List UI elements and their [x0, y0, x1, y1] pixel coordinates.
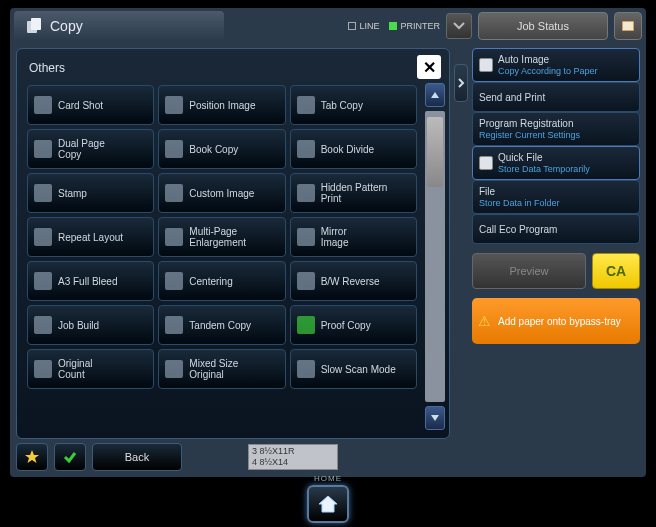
function-label: Tab Copy [321, 100, 363, 111]
function-icon [165, 184, 183, 202]
function-icon [165, 316, 183, 334]
function-button[interactable]: Mirror Image [290, 217, 417, 257]
warning-banner: Add paper onto bypass-tray [472, 298, 640, 344]
action-title: File [479, 186, 560, 197]
close-button[interactable]: ✕ [417, 55, 441, 79]
function-icon [34, 272, 52, 290]
function-icon [297, 360, 315, 378]
function-icon [34, 140, 52, 158]
action-title: Quick File [498, 152, 590, 163]
function-icon [297, 184, 315, 202]
svg-rect-1 [31, 18, 41, 30]
function-button[interactable]: Tab Copy [290, 85, 417, 125]
function-icon [297, 96, 315, 114]
function-icon [34, 184, 52, 202]
ok-button[interactable] [54, 443, 86, 471]
function-icon [165, 228, 183, 246]
back-button[interactable]: Back [92, 443, 182, 471]
action-item[interactable]: Send and Print [472, 82, 640, 112]
function-button[interactable]: Repeat Layout [27, 217, 154, 257]
action-item[interactable]: Call Eco Program [472, 214, 640, 244]
function-label: Proof Copy [321, 320, 371, 331]
action-item[interactable]: Auto ImageCopy According to Paper [472, 48, 640, 82]
action-title: Call Eco Program [479, 224, 557, 235]
function-button[interactable]: Original Count [27, 349, 154, 389]
function-button[interactable]: Mixed Size Original [158, 349, 285, 389]
ca-button[interactable]: CA [592, 253, 640, 289]
function-button[interactable]: Hidden Pattern Print [290, 173, 417, 213]
function-button[interactable]: Multi-Page Enlargement [158, 217, 285, 257]
function-button[interactable]: B/W Reverse [290, 261, 417, 301]
function-label: Book Copy [189, 144, 238, 155]
dropdown-toggle[interactable] [446, 13, 472, 39]
checkmark-icon [297, 316, 315, 334]
action-subtitle: Store Data Temporarily [498, 164, 590, 174]
action-panel: Auto ImageCopy According to PaperSend an… [472, 48, 640, 439]
function-icon [165, 272, 183, 290]
function-icon [165, 360, 183, 378]
function-label: Custom Image [189, 188, 254, 199]
function-button[interactable]: A3 Full Bleed [27, 261, 154, 301]
function-button[interactable]: Card Shot [27, 85, 154, 125]
function-label: Slow Scan Mode [321, 364, 396, 375]
job-status-button[interactable]: Job Status [478, 12, 608, 40]
function-label: Position Image [189, 100, 255, 111]
function-icon [34, 316, 52, 334]
mode-title-bar: Copy [14, 11, 224, 41]
function-button[interactable]: Job Build [27, 305, 154, 345]
preview-button[interactable]: Preview [472, 253, 586, 289]
function-label: Book Divide [321, 144, 374, 155]
guide-button[interactable] [614, 12, 642, 40]
action-subtitle: Store Data in Folder [479, 198, 560, 208]
action-title: Program Registration [479, 118, 580, 129]
function-icon [34, 96, 52, 114]
page-title: Copy [50, 18, 83, 34]
home-button[interactable] [307, 485, 349, 523]
printer-indicator: PRINTER [389, 21, 440, 31]
function-button[interactable]: Position Image [158, 85, 285, 125]
action-item[interactable]: FileStore Data in Folder [472, 180, 640, 214]
function-label: A3 Full Bleed [58, 276, 117, 287]
function-button[interactable]: Centering [158, 261, 285, 301]
function-label: Tandem Copy [189, 320, 251, 331]
checkbox-icon [479, 156, 493, 170]
copy-icon [24, 16, 44, 36]
scrollbar-track[interactable] [425, 111, 445, 402]
scrollbar-thumb[interactable] [427, 117, 443, 187]
action-item[interactable]: Quick FileStore Data Temporarily [472, 146, 640, 180]
scroll-up-button[interactable] [425, 83, 445, 107]
svg-rect-3 [623, 22, 633, 30]
function-button[interactable]: Proof Copy [290, 305, 417, 345]
action-item[interactable]: Program RegistrationRegister Current Set… [472, 112, 640, 146]
function-label: Stamp [58, 188, 87, 199]
favorite-button[interactable] [16, 443, 48, 471]
function-icon [297, 272, 315, 290]
function-label: Multi-Page Enlargement [189, 226, 246, 248]
function-label: Mixed Size Original [189, 358, 238, 380]
function-button[interactable]: Slow Scan Mode [290, 349, 417, 389]
action-title: Send and Print [479, 92, 545, 103]
scroll-down-button[interactable] [425, 406, 445, 430]
function-button[interactable]: Book Divide [290, 129, 417, 169]
function-button[interactable]: Custom Image [158, 173, 285, 213]
function-label: Original Count [58, 358, 92, 380]
function-button[interactable]: Tandem Copy [158, 305, 285, 345]
function-button[interactable]: Dual Page Copy [27, 129, 154, 169]
function-icon [165, 96, 183, 114]
function-icon [34, 360, 52, 378]
function-label: Mirror Image [321, 226, 349, 248]
function-label: Card Shot [58, 100, 103, 111]
function-label: Centering [189, 276, 232, 287]
function-button[interactable]: Stamp [27, 173, 154, 213]
function-icon [165, 140, 183, 158]
panel-title: Others [23, 57, 443, 85]
expand-side-button[interactable] [454, 64, 468, 102]
function-icon [297, 140, 315, 158]
function-label: B/W Reverse [321, 276, 380, 287]
line-indicator: LINE [348, 21, 379, 31]
action-subtitle: Copy According to Paper [498, 66, 598, 76]
checkbox-icon [479, 58, 493, 72]
function-button[interactable]: Book Copy [158, 129, 285, 169]
function-label: Hidden Pattern Print [321, 182, 388, 204]
function-label: Dual Page Copy [58, 138, 105, 160]
